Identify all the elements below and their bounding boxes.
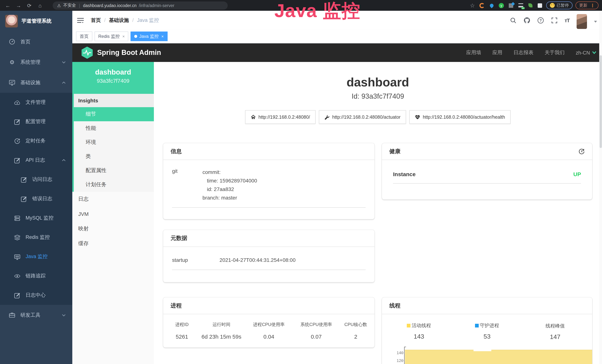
- extension-colorzilla-icon[interactable]: [479, 2, 485, 9]
- sba-menu-metrics[interactable]: 性能: [74, 121, 154, 135]
- sidebar-item-system-management[interactable]: ⚙ 系统管理: [0, 52, 72, 72]
- process-card-title: 进程: [171, 302, 182, 309]
- chevron-down-icon: [62, 313, 66, 317]
- extension-onetab-icon[interactable]: on: [517, 2, 524, 9]
- sidebar-item-scheduled-jobs[interactable]: 定时任务: [0, 131, 72, 150]
- page: 芋道管理系统 首页 ⚙ 系统管理 基础设施 文件管理: [0, 11, 602, 364]
- actuator-url-link[interactable]: http://192.168.0.2:48080/actuator: [319, 110, 406, 124]
- extension-grid-icon[interactable]: [508, 2, 514, 9]
- tab-redis-monitor[interactable]: Redis 监控 ×: [95, 32, 129, 41]
- health-url-link[interactable]: http://192.168.0.2:48080/actuator/health: [409, 110, 510, 124]
- tab-home[interactable]: 首页: [76, 32, 92, 41]
- sba-menu-classes[interactable]: 类: [74, 150, 154, 163]
- service-url-link[interactable]: http://192.168.0.2:48080/: [245, 110, 316, 124]
- extension-sprout-icon[interactable]: [527, 2, 534, 9]
- process-col-pid: 进程ID 5261: [166, 321, 198, 340]
- hamburger-icon[interactable]: [77, 17, 84, 23]
- sba-menu-caches[interactable]: 缓存: [72, 236, 154, 251]
- sba-menu-jvm[interactable]: JVM: [72, 207, 154, 221]
- scrollbar-thumb[interactable]: [600, 55, 602, 148]
- search-icon[interactable]: [510, 17, 516, 23]
- url-host: dashboard.yudao.iocoder.cn: [83, 3, 137, 8]
- metadata-row-value: 2021-04-27T00:44:31.254+08:00: [219, 257, 296, 263]
- fullscreen-icon[interactable]: [551, 17, 558, 23]
- sba-menu-mappings[interactable]: 映射: [72, 221, 154, 236]
- breadcrumb-infrastructure[interactable]: 基础设施: [109, 17, 129, 23]
- sidebar-item-config-management[interactable]: 配置管理: [0, 112, 72, 131]
- chevron-up-icon: [62, 81, 66, 84]
- threads-card-header: 线程: [382, 298, 592, 314]
- sidebar-item-tracing[interactable]: 链路追踪: [0, 266, 72, 286]
- layers-icon: [14, 234, 20, 240]
- stat-live-threads: 活动线程 143: [385, 322, 453, 341]
- info-row-label: git: [172, 168, 203, 202]
- extension-pin-icon[interactable]: [488, 2, 495, 9]
- process-table: 进程ID 5261 运行时间 6d 23h 15m 59s 进程CPU使用率: [163, 314, 375, 340]
- threads-card: 线程 活动线程 143 守护进程 53: [382, 298, 592, 364]
- browser-back-button[interactable]: ←: [4, 1, 12, 10]
- sidebar-item-dev-tools[interactable]: 研发工具: [0, 305, 72, 325]
- sba-nav-wallboard[interactable]: 应用墙: [466, 49, 481, 56]
- bookmark-star-icon[interactable]: ☆: [469, 2, 476, 9]
- sidebar-item-file-management[interactable]: 文件管理: [0, 93, 72, 112]
- sidebar-item-log-center[interactable]: 日志中心: [0, 286, 72, 305]
- browser-home-button[interactable]: ⌂: [36, 1, 44, 10]
- screen: ← → ⟳ ⌂ ⚠ 不安全 | dashboard.yudao.iocoder.…: [0, 0, 602, 364]
- browser-forward-button[interactable]: →: [14, 1, 23, 10]
- row-divider: [172, 207, 366, 208]
- sba-menu-scheduled-tasks[interactable]: 计划任务: [74, 178, 154, 192]
- health-instance-row[interactable]: Instance UP: [382, 160, 592, 177]
- close-icon[interactable]: ×: [161, 34, 164, 39]
- sba-nav-about[interactable]: 关于我们: [545, 49, 565, 56]
- annotation-overlay-text: Java 监控: [274, 0, 360, 23]
- sidebar-item-java-monitor[interactable]: Java 监控: [0, 247, 72, 266]
- close-icon[interactable]: ×: [122, 34, 125, 39]
- address-bar[interactable]: ⚠ 不安全 | dashboard.yudao.iocoder.cn/infra…: [53, 1, 228, 10]
- help-icon[interactable]: ?: [537, 17, 544, 23]
- sba-menu-environment[interactable]: 环境: [74, 135, 154, 150]
- sba-menu-config-props[interactable]: 配置属性: [74, 163, 154, 178]
- sidebar-item-redis-monitor[interactable]: Redis 监控: [0, 228, 72, 247]
- sidebar-item-api-logs[interactable]: API 日志: [0, 150, 72, 170]
- browser-reload-button[interactable]: ⟳: [25, 1, 33, 10]
- user-avatar[interactable]: [577, 14, 587, 29]
- chevron-down-icon: [62, 60, 66, 64]
- extension-green-y-icon[interactable]: y: [498, 2, 505, 9]
- spring-boot-admin-logo[interactable]: [82, 47, 93, 59]
- sidebar-item-infrastructure[interactable]: 基础设施: [0, 72, 72, 93]
- sidebar-item-error-logs[interactable]: 错误日志: [0, 189, 72, 208]
- sba-brand-title[interactable]: Spring Boot Admin: [97, 49, 161, 57]
- health-card-header: 健康: [382, 143, 592, 160]
- paused-badge[interactable]: 已暂停: [546, 1, 572, 9]
- sba-menu-details[interactable]: 细节: [74, 107, 154, 121]
- sba-nav-journal[interactable]: 日志报表: [513, 49, 533, 56]
- browser-menu-icon[interactable]: ⋮: [590, 3, 595, 8]
- sba-instance-header[interactable]: dashboard 93a3fc7f7409: [72, 62, 154, 94]
- extensions-puzzle-icon[interactable]: [537, 2, 543, 9]
- tab-java-monitor[interactable]: Java 监控 ×: [131, 32, 167, 41]
- row-divider: [172, 270, 366, 270]
- history-icon[interactable]: [579, 148, 585, 154]
- sidebar-item-home[interactable]: 首页: [0, 32, 72, 52]
- sba-sidebar: dashboard 93a3fc7f7409 Insights 细节 性能 环境…: [72, 62, 154, 364]
- sidebar-item-access-logs[interactable]: 访问日志: [0, 170, 72, 189]
- dashboard-icon: [9, 39, 15, 45]
- threads-card-title: 线程: [389, 302, 400, 309]
- breadcrumb-home[interactable]: 首页: [91, 17, 101, 23]
- sba-locale-select[interactable]: zh-CN: [576, 50, 596, 55]
- sba-nav-applications[interactable]: 应用: [492, 49, 502, 56]
- app-logo-image: [5, 15, 18, 27]
- sba-menu-logs[interactable]: 日志: [72, 192, 154, 207]
- instance-links: http://192.168.0.2:48080/ http://192.168…: [163, 110, 592, 124]
- github-icon[interactable]: [523, 17, 530, 23]
- update-browser-button[interactable]: 更新 ⋮: [575, 1, 599, 9]
- infrastructure-submenu: 文件管理 配置管理 定时任务 API 日志 访问日志: [0, 93, 72, 305]
- sba-group-label: Insights: [74, 94, 154, 107]
- security-label[interactable]: 不安全: [63, 3, 76, 8]
- font-size-icon[interactable]: тT: [565, 17, 570, 23]
- app-logo-row[interactable]: 芋道管理系统: [0, 11, 72, 32]
- avatar-caret-icon[interactable]: [594, 21, 597, 23]
- infra-monitor-icon: [9, 79, 15, 86]
- sidebar-item-mysql-monitor[interactable]: MySQL 监控: [0, 208, 72, 228]
- page-scrollbar[interactable]: [599, 11, 602, 364]
